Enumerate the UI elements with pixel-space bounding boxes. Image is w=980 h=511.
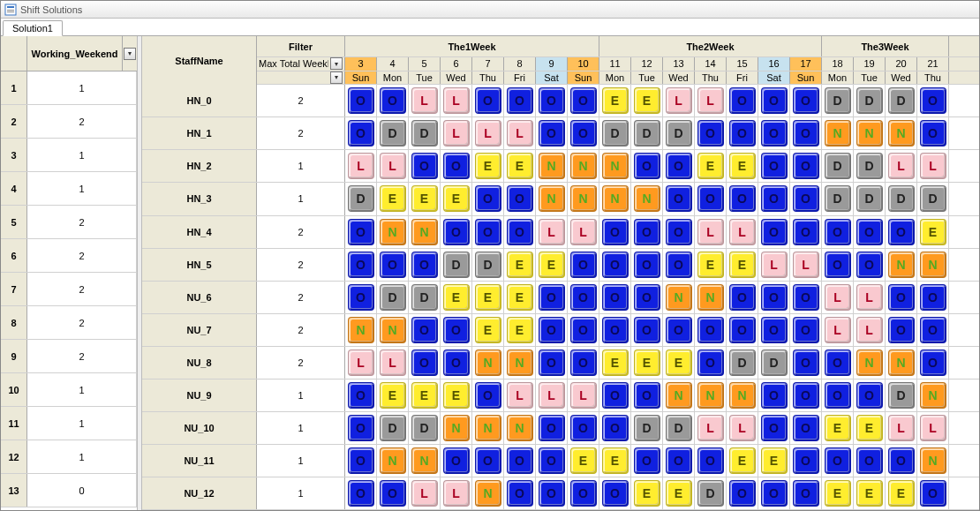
day-name[interactable]: Sun	[345, 71, 377, 85]
day-number[interactable]: 14	[695, 57, 727, 71]
left-row[interactable]: 41	[1, 172, 137, 206]
shift-cell[interactable]: E	[599, 85, 631, 116]
shift-cell[interactable]: O	[345, 445, 377, 477]
shift-cell[interactable]: D	[822, 183, 854, 214]
filter-value-cell[interactable]: 1	[257, 477, 345, 509]
staff-name-cell[interactable]: NU_11	[142, 445, 257, 477]
shift-cell[interactable]: O	[790, 282, 822, 313]
left-row[interactable]: 52	[1, 206, 137, 239]
shift-cell[interactable]: L	[695, 85, 727, 116]
working-weekend-value[interactable]: 1	[27, 139, 137, 171]
left-row[interactable]: 31	[1, 139, 137, 172]
working-weekend-value[interactable]: 1	[27, 172, 137, 205]
day-name[interactable]: Tue	[631, 71, 663, 85]
shift-cell[interactable]: O	[695, 183, 727, 214]
shift-cell[interactable]: D	[758, 347, 790, 379]
shift-cell[interactable]: D	[695, 477, 727, 509]
shift-cell[interactable]: N	[409, 216, 441, 248]
shift-cell[interactable]: D	[822, 85, 854, 116]
day-name[interactable]: Fri	[727, 71, 758, 85]
working-weekend-value[interactable]: 2	[27, 273, 137, 305]
shift-cell[interactable]: O	[663, 314, 695, 346]
staff-name-cell[interactable]: NU_7	[142, 314, 257, 346]
shift-cell[interactable]: O	[472, 216, 504, 248]
day-number[interactable]: 12	[631, 57, 663, 71]
shift-cell[interactable]: D	[599, 117, 631, 149]
shift-cell[interactable]: L	[790, 249, 822, 281]
shift-cell[interactable]: L	[695, 216, 727, 248]
shift-cell[interactable]: O	[790, 117, 822, 149]
shift-cell[interactable]: O	[790, 216, 822, 248]
shift-cell[interactable]: O	[472, 445, 504, 477]
day-name[interactable]: Sat	[758, 71, 790, 85]
tab-solution[interactable]: Solution1	[3, 20, 63, 36]
shift-cell[interactable]: L	[886, 412, 917, 444]
week-header[interactable]: The3Week	[822, 36, 949, 56]
shift-cell[interactable]: L	[663, 85, 695, 116]
shift-cell[interactable]: O	[441, 445, 472, 477]
shift-cell[interactable]: E	[504, 249, 536, 281]
shift-cell[interactable]: O	[854, 445, 886, 477]
shift-cell[interactable]: E	[695, 249, 727, 281]
shift-cell[interactable]: O	[917, 85, 949, 116]
staff-header[interactable]: StaffName	[142, 36, 257, 86]
working-weekend-value[interactable]: 1	[27, 407, 137, 440]
shift-cell[interactable]: N	[663, 379, 695, 411]
left-row[interactable]: 62	[1, 239, 137, 273]
shift-cell[interactable]: O	[536, 412, 568, 444]
day-name[interactable]: Mon	[822, 71, 854, 85]
shift-cell[interactable]: E	[599, 347, 631, 379]
shift-cell[interactable]: L	[472, 117, 504, 149]
shift-cell[interactable]: D	[886, 85, 917, 116]
filter-value-cell[interactable]: 2	[257, 117, 345, 149]
day-number[interactable]: 7	[472, 57, 504, 71]
shift-cell[interactable]: N	[695, 282, 727, 313]
shift-cell[interactable]: O	[663, 183, 695, 214]
shift-cell[interactable]: E	[472, 314, 504, 346]
shift-cell[interactable]: O	[441, 150, 472, 182]
filter-value-cell[interactable]: 2	[257, 216, 345, 248]
shift-cell[interactable]: L	[727, 412, 758, 444]
shift-cell[interactable]: N	[568, 183, 599, 214]
shift-cell[interactable]: L	[409, 85, 441, 116]
shift-cell[interactable]: O	[568, 85, 599, 116]
week-header[interactable]: The2Week	[599, 36, 822, 56]
shift-cell[interactable]: N	[568, 150, 599, 182]
day-name[interactable]: Thu	[695, 71, 727, 85]
shift-cell[interactable]: O	[504, 85, 536, 116]
day-number[interactable]: 11	[599, 57, 631, 71]
shift-cell[interactable]: O	[790, 183, 822, 214]
working-weekend-value[interactable]: 1	[27, 373, 137, 406]
shift-cell[interactable]: D	[631, 117, 663, 149]
shift-cell[interactable]: L	[377, 347, 409, 379]
shift-cell[interactable]: D	[886, 379, 917, 411]
shift-cell[interactable]: N	[631, 183, 663, 214]
shift-cell[interactable]: O	[790, 314, 822, 346]
shift-cell[interactable]: N	[599, 183, 631, 214]
shift-cell[interactable]: N	[472, 477, 504, 509]
shift-cell[interactable]: O	[536, 347, 568, 379]
shift-cell[interactable]: E	[409, 379, 441, 411]
shift-cell[interactable]: O	[536, 477, 568, 509]
shift-cell[interactable]: O	[345, 282, 377, 313]
shift-cell[interactable]: O	[377, 477, 409, 509]
row-number[interactable]: 10	[1, 373, 27, 406]
day-name[interactable]: Tue	[409, 71, 441, 85]
filter-value-cell[interactable]: 2	[257, 347, 345, 379]
shift-cell[interactable]: O	[599, 477, 631, 509]
shift-cell[interactable]: D	[727, 347, 758, 379]
shift-cell[interactable]: D	[822, 150, 854, 182]
shift-cell[interactable]: L	[568, 379, 599, 411]
shift-cell[interactable]: N	[377, 216, 409, 248]
row-number[interactable]: 5	[1, 206, 27, 238]
shift-cell[interactable]: O	[568, 282, 599, 313]
row-number[interactable]: 4	[1, 172, 27, 205]
shift-cell[interactable]: L	[377, 150, 409, 182]
shift-cell[interactable]: O	[758, 85, 790, 116]
shift-cell[interactable]: D	[472, 249, 504, 281]
shift-cell[interactable]: N	[377, 314, 409, 346]
shift-cell[interactable]: O	[695, 314, 727, 346]
day-number[interactable]: 18	[822, 57, 854, 71]
shift-cell[interactable]: L	[345, 150, 377, 182]
shift-cell[interactable]: E	[536, 249, 568, 281]
